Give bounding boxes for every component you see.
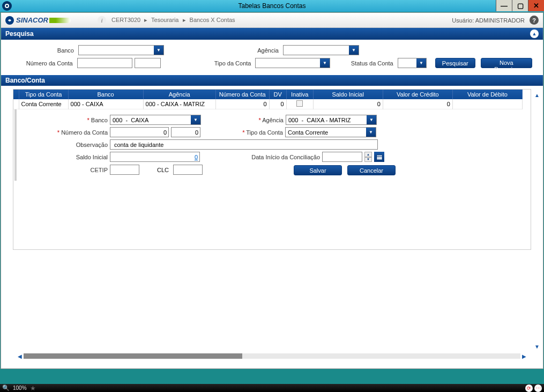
detail-obs-input[interactable] xyxy=(110,139,378,150)
inativa-checkbox[interactable] xyxy=(296,100,303,107)
status-conta-combo[interactable]: ▼ xyxy=(398,58,427,68)
col-banco[interactable]: Banco xyxy=(68,90,143,99)
bancoconta-table: Tipo da Conta Banco Agência Número da Co… xyxy=(13,90,523,109)
detail-clc-input[interactable] xyxy=(173,165,203,175)
numero-conta-label: Número da Conta xyxy=(12,60,75,66)
scrollbar-thumb[interactable] xyxy=(24,353,242,359)
user-name: ADMINISTRADOR xyxy=(475,17,525,24)
scroll-left-icon[interactable]: ◀ xyxy=(16,352,24,360)
scroll-up-icon[interactable]: ▲ xyxy=(533,91,541,99)
detail-obs-label: Observação xyxy=(43,142,108,148)
tipo-conta-combo[interactable]: ▼ xyxy=(255,58,330,68)
scroll-down-icon[interactable]: ▼ xyxy=(533,343,541,350)
dv-input[interactable] xyxy=(135,58,161,68)
window-titlebar: Tabelas Bancos Contas — ▢ ✕ xyxy=(0,0,544,12)
content-pane: SINACOR i CERT3020 ▸ Tesouraria ▸ Bancos… xyxy=(1,12,543,369)
status-dot-1-icon[interactable]: ⟳ xyxy=(525,384,533,392)
panel-title-pesquisa: Pesquisa xyxy=(5,30,34,38)
cell-credito: 0 xyxy=(383,99,452,109)
star-icon[interactable]: ★ xyxy=(30,384,36,392)
chevron-down-icon[interactable]: ▼ xyxy=(366,128,376,137)
chevron-down-icon[interactable]: ▼ xyxy=(320,58,330,68)
chevron-down-icon[interactable]: ▼ xyxy=(367,115,376,124)
numero-conta-input[interactable] xyxy=(77,58,132,68)
agencia-combo[interactable]: ▼ xyxy=(283,45,359,55)
close-button[interactable]: ✕ xyxy=(528,0,544,11)
salvar-button[interactable]: Salvar xyxy=(294,165,342,175)
minimize-button[interactable]: — xyxy=(496,0,512,11)
detail-agencia-combo[interactable]: ▼ xyxy=(286,115,377,125)
collapse-icon[interactable]: ▲ xyxy=(530,29,539,38)
breadcrumb: CERT3020 ▸ Tesouraria ▸ Bancos X Contas xyxy=(111,17,235,24)
detail-concil-input[interactable] xyxy=(322,152,362,162)
detail-clc-label: CLC xyxy=(141,167,171,173)
pesquisa-panel: Banco ▼ Agência ▼ Número da Conta Tipo d… xyxy=(1,40,543,75)
table-row[interactable]: Conta Corrente 000 - CAIXA 000 - CAIXA -… xyxy=(13,99,523,109)
user-label: Usuário: ADMINISTRADOR xyxy=(452,17,525,24)
detail-saldo-input[interactable] xyxy=(110,152,200,162)
col-tipo[interactable]: Tipo da Conta xyxy=(19,90,68,99)
svg-rect-2 xyxy=(377,155,382,160)
pesquisar-button[interactable]: Pesquisar xyxy=(435,58,475,68)
maximize-button[interactable]: ▢ xyxy=(512,0,528,11)
panel-title-bancoconta: Banco/Conta xyxy=(5,77,45,84)
nova-pesquisa-button[interactable]: Nova Pesquisa xyxy=(481,58,532,68)
window-title: Tabelas Bancos Contas xyxy=(238,2,305,10)
col-agencia[interactable]: Agência xyxy=(143,90,215,99)
brand-swoosh-icon xyxy=(49,18,71,23)
panel-header-pesquisa: Pesquisa ▲ xyxy=(1,28,543,40)
detail-cetip-input[interactable] xyxy=(110,165,139,175)
detail-saldo-label: Saldo Inicial xyxy=(43,154,108,160)
chevron-down-icon[interactable]: ▼ xyxy=(154,46,163,55)
col-credito[interactable]: Valor de Crédito xyxy=(383,90,452,99)
cell-agencia: 000 - CAIXA - MATRIZ xyxy=(143,99,215,109)
col-saldo[interactable]: Saldo Inicial xyxy=(313,90,383,99)
app-bar: SINACOR i CERT3020 ▸ Tesouraria ▸ Bancos… xyxy=(1,13,543,28)
cell-debito xyxy=(452,99,522,109)
col-numero[interactable]: Número da Conta xyxy=(215,90,269,99)
detail-tipo-label: Tipo da Conta xyxy=(235,129,283,136)
chevron-down-icon[interactable]: ▼ xyxy=(191,115,200,124)
col-debito[interactable]: Valor de Débito xyxy=(452,90,522,99)
status-dot-2-icon[interactable]: ⋯ xyxy=(534,384,542,392)
info-icon[interactable]: i xyxy=(98,16,106,25)
horizontal-scrollbar[interactable]: ◀ ▶ xyxy=(16,352,528,360)
brand-name: SINACOR xyxy=(16,16,48,24)
svg-point-1 xyxy=(6,5,8,7)
detail-concil-label: Data Início da Conciliação xyxy=(234,154,320,160)
detail-agencia-label: Agência xyxy=(251,117,284,123)
row-selector-header xyxy=(13,90,19,99)
detail-numero-input[interactable] xyxy=(110,127,169,137)
col-dv[interactable]: DV xyxy=(269,90,286,99)
detail-tipo-combo[interactable]: ▼ xyxy=(285,127,376,137)
magnifier-icon[interactable]: 🔍 xyxy=(2,384,10,391)
grid-scroll-area: Tipo da Conta Banco Agência Número da Co… xyxy=(1,86,543,368)
scroll-right-icon[interactable]: ▶ xyxy=(520,352,528,360)
detail-numero-label: Número da Conta xyxy=(43,129,108,136)
tipo-conta-label: Tipo da Conta xyxy=(200,60,253,66)
cell-dv: 0 xyxy=(269,99,286,109)
cancelar-button[interactable]: Cancelar xyxy=(347,165,396,175)
status-bar: 🔍 100% ★ ⟳ ⋯ xyxy=(0,382,544,392)
banco-label: Banco xyxy=(12,47,76,54)
panel-header-bancoconta: Banco/Conta xyxy=(1,75,543,86)
cell-banco: 000 - CAIXA xyxy=(68,99,143,109)
vertical-scrollbar[interactable]: ▲ ▼ xyxy=(533,91,541,350)
chevron-down-icon[interactable]: ▼ xyxy=(416,58,426,68)
detail-banco-combo[interactable]: ▼ xyxy=(110,115,201,125)
help-icon[interactable]: ? xyxy=(530,16,539,25)
date-spinner[interactable]: ▲▼ xyxy=(364,152,372,162)
detail-form: Banco ▼ Agência ▼ Número da Conta xyxy=(14,109,531,181)
brand-logo: SINACOR xyxy=(5,16,71,25)
agencia-label: Agência xyxy=(227,47,281,54)
breadcrumb-item-2[interactable]: Bancos X Contas xyxy=(190,17,235,23)
breadcrumb-item-1[interactable]: Tesouraria xyxy=(151,17,178,23)
zoom-level[interactable]: 100% xyxy=(13,385,27,391)
brand-icon xyxy=(5,16,14,25)
chevron-down-icon[interactable]: ▼ xyxy=(349,46,359,55)
col-inativa[interactable]: Inativa xyxy=(286,90,313,99)
calendar-icon[interactable] xyxy=(374,152,384,162)
cell-saldo: 0 xyxy=(313,99,383,109)
banco-combo[interactable]: ▼ xyxy=(78,45,164,55)
detail-dv-input[interactable] xyxy=(171,127,200,137)
